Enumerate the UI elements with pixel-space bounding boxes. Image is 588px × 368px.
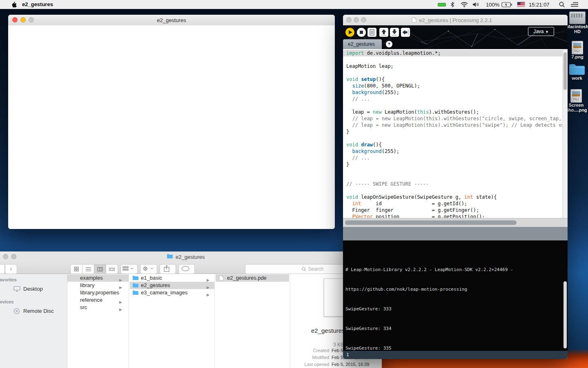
spotlight-icon[interactable]: [559, 2, 565, 8]
share-button[interactable]: [160, 264, 176, 274]
desktop-icon-macintosh-hd[interactable]: Macintosh HD: [565, 11, 588, 34]
detail-label: Last opened: [261, 362, 329, 367]
icon-label: HD: [565, 29, 588, 34]
list-item[interactable]: library ▶: [67, 282, 129, 289]
console-lines: # Leap-Motion-Library v2.2.2.2 - LeapMot…: [345, 254, 513, 351]
menu-bar-clock[interactable]: 15:21:07: [529, 2, 550, 8]
list-item-e2-gestures-pde[interactable]: e2_gestures.pde: [216, 274, 289, 282]
finder-content: Favorites Desktop Devices Remote Disc ex…: [0, 274, 382, 368]
code-line: // ----- SWIPE GESTURE -----: [343, 181, 562, 187]
us-flag-input-source-icon[interactable]: [517, 2, 525, 7]
detail-label: Modified: [261, 355, 329, 360]
code-line: // ...: [343, 155, 562, 161]
save-button[interactable]: [390, 28, 399, 37]
console-line: SwipeGesture: 335: [345, 345, 513, 351]
app-menu-title[interactable]: e2_gestures: [22, 1, 53, 7]
sidebar-section-header: Devices: [0, 299, 14, 304]
close-button[interactable]: [346, 17, 352, 22]
desktop-icon-work-folder[interactable]: work: [564, 63, 588, 81]
preview-file-size: 3 KB: [333, 342, 344, 348]
icon-label: Macintosh: [565, 24, 588, 29]
list-view-button[interactable]: [82, 265, 94, 274]
battery-pill-icon[interactable]: [438, 3, 446, 7]
code-line: [343, 187, 562, 194]
chevron-right-icon: ▶: [119, 306, 122, 313]
chevron-down-icon: ▼: [545, 30, 549, 34]
tab-e2-gestures[interactable]: e2_gestures: [343, 39, 382, 49]
apple-menu[interactable]: [11, 1, 17, 8]
minimize-button[interactable]: [354, 17, 359, 22]
list-item[interactable]: library.properties: [67, 289, 129, 296]
detail-label: Created: [261, 348, 329, 353]
minimize-button[interactable]: [3, 254, 8, 259]
list-item[interactable]: examples ▶: [67, 274, 129, 282]
code-line: Finger finger = g.getFinger();: [343, 207, 562, 213]
scrollbar-thumb[interactable]: [345, 220, 517, 225]
code-editor[interactable]: import de.voidplus.leapmotion.*;LeapMoti…: [343, 49, 562, 218]
list-item-e1-basic[interactable]: e1_basic ▶: [130, 274, 214, 282]
folder-icon: [132, 290, 139, 295]
console-line: SwipeGesture: 334: [345, 325, 513, 332]
search-placeholder: Search: [308, 266, 323, 272]
column-divider: [129, 274, 129, 368]
editor-horizontal-scrollbar[interactable]: [343, 218, 568, 227]
column-view-button[interactable]: [94, 265, 106, 274]
tag-button[interactable]: [178, 264, 195, 274]
icon-label: work: [564, 76, 588, 81]
list-item-e2-gestures[interactable]: e2_gestures ▶: [130, 282, 214, 289]
column-divider: [290, 274, 290, 368]
console-scrollbar-thumb[interactable]: [564, 281, 567, 348]
window-title: e2_gestures: [8, 17, 335, 23]
battery-charging-icon[interactable]: [501, 2, 512, 7]
battery-percentage[interactable]: 100%: [486, 2, 499, 8]
icon-view-button[interactable]: [71, 265, 82, 274]
menu-bar: e2_gestures 100% 15:21:07: [0, 0, 588, 9]
zoom-button[interactable]: [11, 254, 16, 259]
notification-center-icon[interactable]: [571, 2, 578, 7]
new-sketch-button[interactable]: [368, 28, 376, 37]
volume-icon[interactable]: [472, 2, 479, 7]
processing-window: e2_gestures | Processing 2.2.1 Java ▼ e2…: [343, 15, 568, 359]
list-item[interactable]: reference ▶: [67, 296, 129, 304]
open-button[interactable]: [379, 28, 388, 37]
code-line: void setup(){: [343, 76, 562, 83]
list-item[interactable]: src ▶: [67, 304, 129, 311]
open-icon: [379, 28, 388, 37]
run-button[interactable]: [345, 28, 354, 37]
code-line: size(800, 500, OPENGL);: [343, 83, 562, 89]
code-line: background(255);: [343, 89, 562, 96]
arrange-menu-button[interactable]: [120, 264, 138, 274]
tab-menu-button[interactable]: ▼: [386, 41, 392, 47]
sketch-titlebar: e2_gestures: [8, 15, 335, 26]
folder-icon: [568, 63, 586, 76]
export-button[interactable]: [401, 28, 410, 37]
desktop-icon-7-png[interactable]: PNG 7.png: [565, 41, 588, 59]
file-preview-thumbnail[interactable]: [324, 278, 346, 316]
window-title: e2_gestures | Processing 2.2.1: [419, 17, 492, 23]
zoom-button[interactable]: [361, 17, 366, 22]
chevron-right-icon: ▶: [207, 291, 209, 298]
sidebar-item-remote-disc[interactable]: Remote Disc: [13, 308, 53, 314]
scrollbar-thumb[interactable]: [564, 52, 567, 90]
wifi-icon[interactable]: [461, 2, 468, 7]
editor-vertical-scrollbar[interactable]: [562, 49, 568, 218]
sketch-canvas[interactable]: [8, 25, 335, 229]
action-gear-menu-button[interactable]: [140, 264, 157, 274]
folder-proxy-icon: [167, 254, 173, 259]
bluetooth-icon[interactable]: [450, 2, 454, 7]
sidebar-item-desktop[interactable]: Desktop: [13, 286, 43, 292]
back-button[interactable]: ‹: [0, 264, 5, 274]
code-line: LeapMotion leap;: [343, 63, 562, 70]
folder-icon: [132, 283, 139, 288]
forward-button[interactable]: ›: [5, 264, 17, 274]
png-file-icon: PNG: [570, 89, 582, 103]
stop-button[interactable]: [357, 28, 366, 37]
message-area: [343, 227, 568, 240]
mode-selector-button[interactable]: Java ▼: [528, 27, 554, 36]
list-item-e3-camera-images[interactable]: e3_camera_images ▶: [130, 289, 214, 296]
code-line: [343, 135, 562, 141]
editor-status-bar: 1: [343, 351, 568, 359]
code-line: }: [343, 161, 562, 168]
coverflow-view-button[interactable]: [106, 265, 118, 274]
console-line: https://github.com/nok/leap-motion-proce…: [345, 286, 513, 293]
